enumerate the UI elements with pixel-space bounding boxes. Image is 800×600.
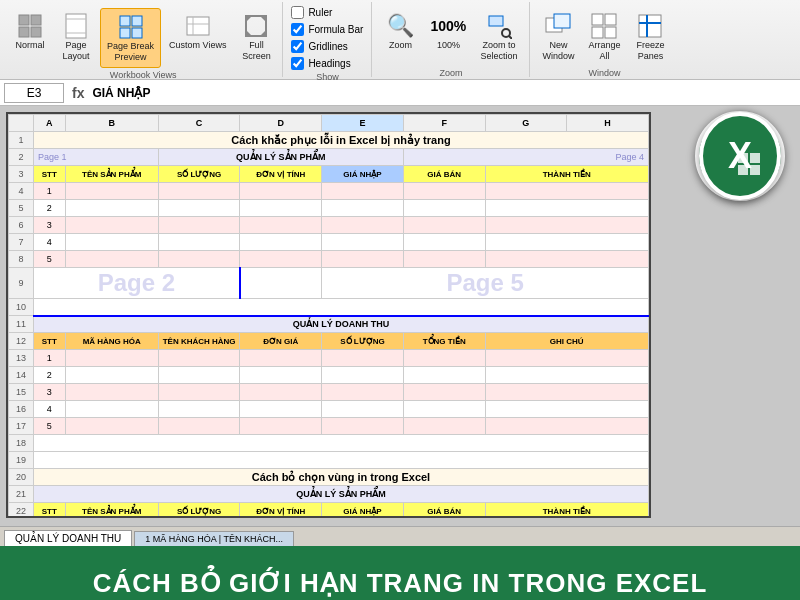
svg-rect-22: [592, 27, 603, 38]
show-group: Ruler Formula Bar Gridlines Headings Sho…: [283, 2, 372, 77]
zoom-selection-button[interactable]: Zoom toSelection: [474, 8, 523, 66]
table-row[interactable]: 14 2: [9, 367, 649, 384]
page-layout-label: PageLayout: [62, 40, 89, 62]
headings-checkbox[interactable]: [291, 57, 304, 70]
table-row[interactable]: 8 5: [9, 251, 649, 268]
normal-view-button[interactable]: Normal: [8, 8, 52, 55]
spreadsheet-table: A B C D E F G H 1 Cách khắc phục lỗi in …: [8, 114, 649, 518]
svg-rect-27: [738, 153, 748, 163]
title2-cell: Cách bỏ chọn vùng in trong Excel: [33, 469, 648, 486]
zoom-button[interactable]: 🔍 Zoom: [378, 8, 422, 55]
full-screen-button[interactable]: FullScreen: [234, 8, 278, 66]
table-row[interactable]: 5 2: [9, 200, 649, 217]
formula-bar-checkbox[interactable]: [291, 23, 304, 36]
table-row[interactable]: 17 5: [9, 418, 649, 435]
col-header-empty: [9, 115, 34, 132]
col-header-g: G: [485, 115, 567, 132]
ruler-checkbox-label[interactable]: Ruler: [291, 6, 363, 19]
custom-views-icon: [184, 12, 212, 40]
sheet-tab-1[interactable]: QUẢN LÝ DOANH THU: [4, 530, 132, 546]
show-group-label: Show: [291, 70, 363, 82]
svg-rect-19: [554, 14, 570, 28]
zoom-group: 🔍 Zoom 100% 100% Zoom toSelection Zoom: [372, 2, 530, 77]
table-row[interactable]: 13 1: [9, 350, 649, 367]
window-group-label: Window: [536, 66, 672, 78]
page-layout-button[interactable]: PageLayout: [54, 8, 98, 66]
svg-rect-2: [19, 27, 29, 37]
svg-rect-4: [66, 14, 86, 38]
col-header-a: A: [33, 115, 65, 132]
svg-point-16: [502, 29, 510, 37]
subtitle1-cell: QUẢN LÝ SẢN PHẨM: [158, 149, 403, 166]
col-header-d: D: [240, 115, 322, 132]
table-row: 9 Page 2 Page 5: [9, 268, 649, 299]
cell-reference-input[interactable]: [4, 83, 64, 103]
sheet-tab-2[interactable]: 1 MÃ HÀNG HÓA | TÊN KHÁCH...: [134, 531, 294, 546]
page-break-preview-button[interactable]: Page BreakPreview: [100, 8, 161, 68]
page-break-label: Page BreakPreview: [107, 41, 154, 63]
svg-rect-23: [605, 27, 616, 38]
fx-label: fx: [68, 85, 88, 101]
formula-input[interactable]: GIÁ NHẬP: [92, 86, 796, 100]
col-header-b: B: [65, 115, 158, 132]
svg-rect-20: [592, 14, 603, 25]
svg-rect-30: [750, 165, 760, 175]
subtitle2-cell: QUẢN LÝ DOANH THU: [33, 316, 648, 333]
table-row: 11 QUẢN LÝ DOANH THU: [9, 316, 649, 333]
col-header-e: E: [322, 115, 404, 132]
sheet-area: X A: [0, 106, 800, 526]
custom-views-label: Custom Views: [169, 40, 226, 51]
table-row: 12 STT MÃ HÀNG HÓA TÊN KHÁCH HÀNG ĐƠN GI…: [9, 333, 649, 350]
page-break-icon: [117, 13, 145, 41]
svg-rect-29: [738, 165, 748, 175]
table-row[interactable]: 4 1: [9, 183, 649, 200]
svg-rect-24: [639, 15, 661, 37]
table-row: 20 Cách bỏ chọn vùng in trong Excel: [9, 469, 649, 486]
svg-rect-8: [132, 16, 142, 26]
table-row: 1 Cách khắc phục lỗi in Excel bị nhảy tr…: [9, 132, 649, 149]
formula-bar-checkbox-label[interactable]: Formula Bar: [291, 23, 363, 36]
svg-rect-0: [19, 15, 29, 25]
svg-rect-3: [31, 27, 41, 37]
table-row[interactable]: 15 3: [9, 384, 649, 401]
table-row: 22 STT TÊN SẢN PHẨM SỐ LƯỢNG ĐƠN VỊ TÍNH…: [9, 503, 649, 519]
normal-view-icon: [16, 12, 44, 40]
title1-cell[interactable]: Cách khắc phục lỗi in Excel bị nhảy tran…: [33, 132, 648, 149]
subtitle3-cell: QUẢN LÝ SẢN PHẨM: [33, 486, 648, 503]
svg-rect-1: [31, 15, 41, 25]
ruler-checkbox[interactable]: [291, 6, 304, 19]
svg-rect-9: [120, 28, 130, 38]
table-row[interactable]: 6 3: [9, 217, 649, 234]
svg-rect-10: [132, 28, 142, 38]
table-row: 3 STT TÊN SẢN PHẨM SỐ LƯỢNG ĐƠN VỊ TÍNH …: [9, 166, 649, 183]
gridlines-checkbox[interactable]: [291, 40, 304, 53]
table-row[interactable]: 7 4: [9, 234, 649, 251]
new-window-button[interactable]: NewWindow: [536, 8, 580, 66]
freeze-panes-button[interactable]: FreezePanes: [628, 8, 672, 66]
bottom-title: CÁCH BỎ GIỚI HẠN TRANG IN TRONG EXCEL: [93, 568, 708, 599]
custom-views-button[interactable]: Custom Views: [163, 8, 232, 55]
zoom-percent-icon: 100%: [434, 12, 462, 40]
workbook-views-label: Workbook Views: [8, 68, 278, 80]
svg-rect-28: [750, 153, 760, 163]
page-layout-icon: [62, 12, 90, 40]
table-row: 2 Page 1 QUẢN LÝ SẢN PHẨM Page 4: [9, 149, 649, 166]
table-row[interactable]: 16 4: [9, 401, 649, 418]
selected-header-cell[interactable]: GIÁ NHẬP: [322, 166, 404, 183]
table-row: 18: [9, 435, 649, 452]
window-group: NewWindow ArrangeAll FreezePanes Window: [530, 2, 678, 77]
ribbon: Normal PageLayout Page BreakPreview Cust…: [0, 0, 800, 80]
col-header-f: F: [403, 115, 485, 132]
headings-checkbox-label[interactable]: Headings: [291, 57, 363, 70]
full-screen-icon: [242, 12, 270, 40]
arrange-all-button[interactable]: ArrangeAll: [582, 8, 626, 66]
zoom-selection-icon: [485, 12, 513, 40]
new-window-icon: [544, 12, 572, 40]
table-row: 21 QUẢN LÝ SẢN PHẨM: [9, 486, 649, 503]
zoom-percent-button[interactable]: 100% 100%: [426, 8, 470, 55]
gridlines-checkbox-label[interactable]: Gridlines: [291, 40, 363, 53]
svg-rect-7: [120, 16, 130, 26]
excel-logo: X: [695, 111, 785, 201]
formula-bar: fx GIÁ NHẬP: [0, 80, 800, 106]
svg-rect-21: [605, 14, 616, 25]
